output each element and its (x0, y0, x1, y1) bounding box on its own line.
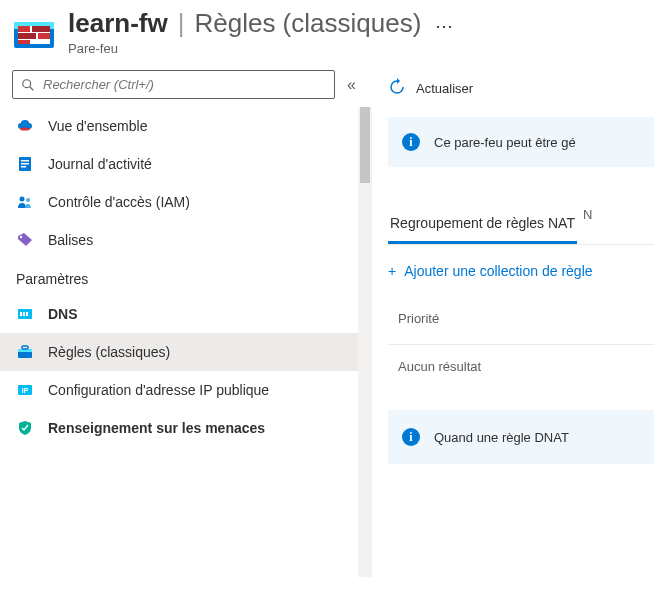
svg-rect-6 (38, 33, 50, 39)
sidebar-item-label: Balises (48, 232, 93, 248)
log-icon (16, 155, 34, 173)
sidebar-item-label: Renseignement sur les menaces (48, 420, 265, 436)
svg-rect-24 (22, 346, 28, 349)
svg-point-16 (26, 198, 30, 202)
svg-point-15 (20, 197, 25, 202)
svg-rect-4 (32, 26, 50, 32)
people-icon (16, 193, 34, 211)
sidebar-item-overview[interactable]: Vue d'ensemble (0, 107, 372, 145)
svg-text:IP: IP (22, 387, 29, 394)
refresh-button[interactable]: Actualiser (388, 72, 654, 117)
search-box[interactable] (12, 70, 335, 99)
tab-nat-rules[interactable]: Regroupement de règles NAT (388, 207, 577, 244)
sidebar-item-label: Règles (classiques) (48, 344, 170, 360)
title-separator: | (178, 8, 185, 39)
sidebar-item-label: Configuration d'adresse IP publique (48, 382, 269, 398)
table-empty-message: Aucun résultat (388, 344, 654, 390)
dns-icon (16, 305, 34, 323)
info-banner-dnat: i Quand une règle DNAT (388, 410, 654, 464)
refresh-icon (388, 78, 406, 99)
sidebar-item-ip-config[interactable]: IP Configuration d'adresse IP publique (0, 371, 372, 409)
svg-point-10 (20, 128, 30, 131)
sidebar-item-tags[interactable]: Balises (0, 221, 372, 259)
svg-rect-7 (18, 40, 30, 44)
tag-icon (16, 231, 34, 249)
info-banner-text: Ce pare-feu peut être gé (434, 135, 576, 150)
svg-point-8 (23, 79, 31, 87)
sidebar-item-label: Journal d'activité (48, 156, 152, 172)
sidebar-item-activity-log[interactable]: Journal d'activité (0, 145, 372, 183)
svg-line-9 (30, 86, 34, 90)
ip-icon: IP (16, 381, 34, 399)
svg-rect-20 (23, 312, 25, 316)
section-title: Règles (classiques) (194, 8, 421, 39)
column-header-priority[interactable]: Priorité (388, 289, 654, 344)
info-icon: i (402, 428, 420, 446)
search-input[interactable] (43, 77, 326, 92)
page-header: learn-fw | Règles (classiques) ⋯ Pare-fe… (0, 0, 654, 60)
sidebar-item-label: DNS (48, 306, 78, 322)
add-link-label: Ajouter une collection de règle (404, 263, 592, 279)
briefcase-icon (16, 343, 34, 361)
sidebar-item-threat-intel[interactable]: Renseignement sur les menaces (0, 409, 372, 447)
svg-point-17 (20, 236, 22, 238)
plus-icon: + (388, 263, 396, 279)
sidebar-item-dns[interactable]: DNS (0, 295, 372, 333)
info-icon: i (402, 133, 420, 151)
rule-tabs: Regroupement de règles NAT N (388, 207, 654, 245)
search-icon (21, 78, 35, 92)
shield-icon (16, 419, 34, 437)
scrollbar-thumb[interactable] (360, 107, 370, 183)
info-banner-policy: i Ce pare-feu peut être gé (388, 117, 654, 167)
resource-type: Pare-feu (68, 41, 642, 56)
resource-title: learn-fw (68, 8, 168, 39)
svg-rect-19 (20, 312, 22, 316)
sidebar-item-access-control[interactable]: Contrôle d'accès (IAM) (0, 183, 372, 221)
refresh-label: Actualiser (416, 81, 473, 96)
sidebar-item-rules[interactable]: Règles (classiques) (0, 333, 372, 371)
svg-rect-21 (26, 312, 28, 316)
sidebar-item-label: Contrôle d'accès (IAM) (48, 194, 190, 210)
svg-rect-14 (21, 166, 26, 168)
info-banner-text: Quand une règle DNAT (434, 430, 569, 445)
firewall-icon (12, 12, 56, 56)
sidebar-section-parameters: Paramètres (0, 259, 372, 295)
main-content: Actualiser i Ce pare-feu peut être gé Re… (372, 60, 654, 580)
cloud-icon (16, 117, 34, 135)
add-rule-collection-link[interactable]: + Ajouter une collection de règle (388, 245, 654, 289)
sidebar: « Vue d'ensemble Journal d'activité Cont… (0, 60, 372, 580)
sidebar-scrollbar[interactable] (358, 107, 372, 577)
more-menu-icon[interactable]: ⋯ (431, 15, 453, 37)
tab-partial[interactable]: N (577, 207, 592, 244)
collapse-sidebar-button[interactable]: « (343, 72, 360, 98)
svg-rect-13 (21, 163, 29, 165)
svg-rect-12 (21, 160, 29, 162)
svg-rect-3 (18, 26, 30, 32)
svg-rect-5 (18, 33, 36, 39)
sidebar-item-label: Vue d'ensemble (48, 118, 147, 134)
